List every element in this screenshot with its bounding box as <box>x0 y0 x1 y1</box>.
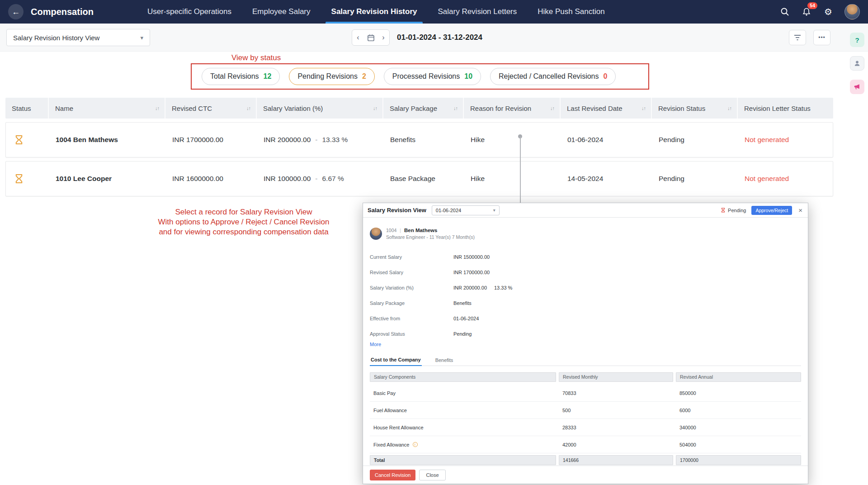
module-tabs: User-specific Operations Employee Salary… <box>137 0 615 24</box>
tab-hike-push-sanction[interactable]: Hike Push Sanction <box>527 0 615 24</box>
settings-gear-icon[interactable]: ⚙ <box>823 6 834 17</box>
module-title: Compensation <box>31 7 94 17</box>
component-monthly: 28333 <box>559 425 673 430</box>
employee-name: 1004 Ben Mathews <box>56 136 118 144</box>
close-icon[interactable]: × <box>797 207 803 214</box>
component-name: Fuel Allowance <box>370 408 556 413</box>
column-header-name[interactable]: Name↓↑ <box>49 98 165 119</box>
column-header-salary-package[interactable]: Salary Package↓↑ <box>383 98 464 119</box>
calendar-icon[interactable] <box>364 30 377 45</box>
announcement-icon[interactable] <box>850 80 864 94</box>
info-icon[interactable]: i <box>413 442 418 447</box>
component-monthly: 70833 <box>559 390 673 396</box>
user-contact-icon[interactable] <box>850 56 864 71</box>
components-rows: Basic Pay 70833 850000 Fuel Allowance 50… <box>370 385 801 453</box>
filter-total-revisions[interactable]: Total Revisions 12 <box>202 68 280 85</box>
column-label: Revision Status <box>658 105 705 112</box>
annotation-line: and for viewing corresponding compensati… <box>144 227 344 237</box>
column-label: Revised CTC <box>172 105 212 112</box>
field-effective-from: Effective from 01-06-2024 <box>370 312 795 325</box>
next-period-button[interactable]: › <box>377 30 389 45</box>
column-header-salary-variation[interactable]: Salary Variation (%)↓↑ <box>257 98 383 119</box>
sort-icon[interactable]: ↓↑ <box>550 105 554 111</box>
sort-icon[interactable]: ↓↑ <box>642 105 646 111</box>
filter-pending-revisions[interactable]: Pending Revisions 2 <box>289 68 374 85</box>
component-label: Basic Pay <box>373 390 396 396</box>
filter-icon[interactable] <box>789 30 806 45</box>
variation-separator: - <box>315 136 317 144</box>
pending-status-label: Pending <box>728 208 746 213</box>
date-range-label: 01-01-2024 - 31-12-2024 <box>397 33 482 42</box>
tab-salary-revision-history[interactable]: Salary Revision History <box>321 0 428 24</box>
component-monthly: 500 <box>559 408 673 413</box>
tab-label: Salary Revision History <box>331 7 417 16</box>
components-total-row: Total 141666 1700000 <box>370 455 801 465</box>
row-revision-status-cell: Pending <box>652 162 738 196</box>
tab-label: User-specific Operations <box>147 7 231 16</box>
filter-processed-revisions[interactable]: Processed Revisions 10 <box>384 68 481 85</box>
column-label: Status <box>12 105 31 112</box>
annotation-select-record: Select a record for Salary Revision View… <box>144 207 344 237</box>
row-revised-ctc-cell: INR 1700000.00 <box>166 123 257 157</box>
column-header-reason-for-revision[interactable]: Reason for Revision↓↑ <box>464 98 561 119</box>
sort-icon[interactable]: ↓↑ <box>246 105 250 111</box>
annotation-line: Select a record for Salary Revision View <box>144 207 344 217</box>
more-link[interactable]: More <box>370 342 381 347</box>
close-button[interactable]: Close <box>419 470 445 480</box>
field-value: INR 1700000.00 <box>453 270 490 275</box>
tab-cost-to-company[interactable]: Cost to the Company <box>370 354 422 366</box>
employee-designation: Software Engineer - 11 Year(s) 7 Month(s… <box>386 234 475 240</box>
notifications-bell-icon[interactable]: 54 <box>801 6 812 17</box>
sort-icon[interactable]: ↓↑ <box>155 105 159 111</box>
component-name: Fixed Allowance i <box>370 442 556 447</box>
variation-amount: INR 100000.00 <box>264 175 311 183</box>
table-row[interactable]: 1010 Lee Cooper INR 1600000.00 INR 10000… <box>5 161 833 196</box>
column-header-revision-status[interactable]: Revision Status↓↑ <box>652 98 738 119</box>
search-icon[interactable] <box>779 6 790 17</box>
component-row: House Rent Allowance 28333 340000 <box>370 419 801 436</box>
more-options-button[interactable]: ••• <box>813 30 830 45</box>
tab-salary-revision-letters[interactable]: Salary Revision Letters <box>427 0 527 24</box>
gear-glyph: ⚙ <box>824 7 832 16</box>
component-name: House Rent Allowance <box>370 425 556 430</box>
revised-ctc: INR 1600000.00 <box>172 175 223 183</box>
row-variation-cell: INR 200000.00 - 13.33 % <box>257 123 384 157</box>
employee-name: Ben Mathews <box>404 228 438 233</box>
row-letter-status-cell: Not generated <box>738 123 833 157</box>
sort-icon[interactable]: ↓↑ <box>727 105 731 111</box>
sort-icon[interactable]: ↓↑ <box>453 105 458 111</box>
filter-label: Processed Revisions <box>392 72 460 81</box>
component-row: Fixed Allowance i 42000 504000 <box>370 436 801 453</box>
component-label: House Rent Allowance <box>373 425 424 430</box>
user-avatar[interactable] <box>844 4 860 19</box>
date-navigation: ‹ › 01-01-2024 - 31-12-2024 <box>352 29 482 46</box>
variation-separator: - <box>315 175 317 183</box>
sort-icon[interactable]: ↓↑ <box>373 105 377 111</box>
connector-line <box>520 137 521 203</box>
column-header-last-revised-date[interactable]: Last Revised Date↓↑ <box>561 98 652 119</box>
table-row[interactable]: 1004 Ben Mathews INR 1700000.00 INR 2000… <box>5 122 833 157</box>
column-header-revised-ctc[interactable]: Revised CTC↓↑ <box>165 98 257 119</box>
row-package-cell: Base Package <box>384 162 464 196</box>
component-annual: 340000 <box>676 425 801 430</box>
top-navbar: ← Compensation User-specific Operations … <box>0 0 868 24</box>
revision-reason: Hike <box>471 136 485 144</box>
previous-period-button[interactable]: ‹ <box>352 30 364 45</box>
component-monthly: 42000 <box>559 442 673 447</box>
back-button[interactable]: ← <box>8 4 24 19</box>
row-last-revised-cell: 01-06-2024 <box>561 123 652 157</box>
help-icon[interactable]: ? <box>850 33 864 47</box>
filter-rejected-cancelled-revisions[interactable]: Rejected / Cancelled Revisions 0 <box>490 68 616 85</box>
filter-count: 12 <box>264 72 272 81</box>
tab-benefits[interactable]: Benefits <box>434 355 454 366</box>
separator: | <box>400 228 401 233</box>
hourglass-pending-icon <box>721 208 726 213</box>
cancel-revision-button[interactable]: Cancel Revision <box>370 470 415 480</box>
revision-date-dropdown[interactable]: 01-06-2024 ▾ <box>432 205 500 215</box>
chevron-down-icon: ▾ <box>493 208 495 213</box>
tab-user-specific-operations[interactable]: User-specific Operations <box>137 0 242 24</box>
revision-date-value: 01-06-2024 <box>436 208 461 213</box>
view-selector-dropdown[interactable]: Salary Revision History View ▾ <box>6 29 150 46</box>
approve-reject-button[interactable]: Approve/Reject <box>751 206 792 215</box>
tab-employee-salary[interactable]: Employee Salary <box>242 0 321 24</box>
